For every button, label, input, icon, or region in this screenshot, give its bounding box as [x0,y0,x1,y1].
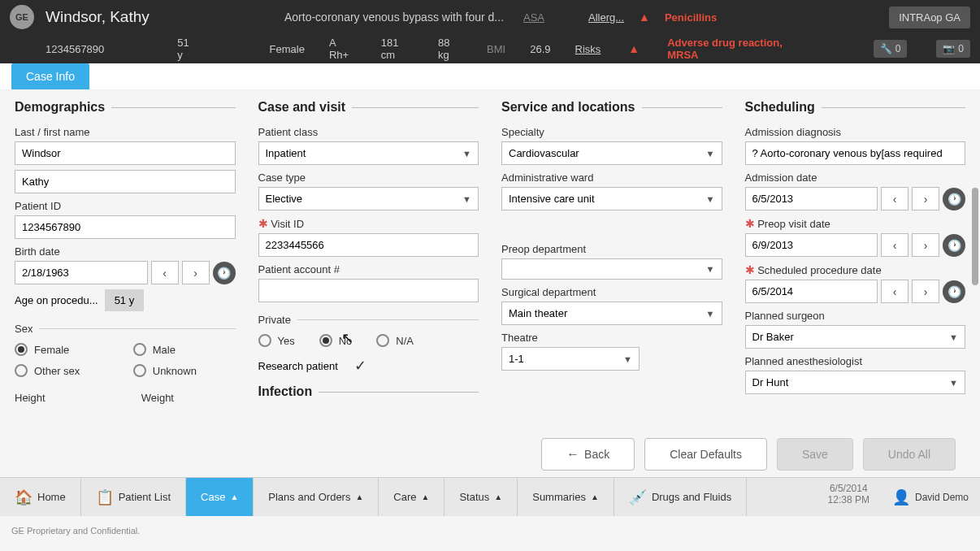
bmi-value: 26.9 [530,43,550,55]
sex-radio-male[interactable]: Male [133,343,236,356]
nav-drugs-fluids[interactable]: 💉Drugs and Fluids [614,478,747,516]
name-label: Last / first name [15,126,236,138]
procedure-title: Aorto-coronary venous bypass with four d… [284,11,512,24]
weight-value: 88 kg [438,37,462,61]
blood-value: A Rh+ [329,37,357,61]
patient-id-input[interactable] [15,215,236,239]
birth-date-input[interactable] [15,261,148,284]
date-next-button[interactable]: › [912,187,939,210]
intraop-button[interactable]: INTRAop GA [889,7,970,28]
birth-date-label: Birth date [15,245,236,258]
chevron-down-icon: ▼ [462,149,471,158]
theatre-label: Theatre [501,332,722,344]
weight-label: Weight [141,392,236,404]
home-icon: 🏠 [15,488,33,506]
admission-date-input[interactable] [745,187,878,210]
visit-id-label: ✱ Visit ID [258,217,479,230]
private-radio-no[interactable]: No [319,334,353,347]
last-name-input[interactable] [15,141,236,165]
planned-surgeon-select[interactable]: Dr Baker▼ [745,325,966,349]
surgical-dept-select[interactable]: Main theater▼ [501,302,722,325]
bottom-nav: 🏠Home 📋Patient List Case ▲ Plans and Ord… [0,477,980,516]
planned-anes-label: Planned anesthesiologist [745,355,966,367]
date-next-button[interactable]: › [912,233,939,257]
case-type-label: Case type [258,171,479,184]
footer-note: GE Proprietary and Confidential. [0,516,980,545]
clock-icon[interactable]: 🕐 [213,262,236,284]
service-locations-section: Service and locations Specialty Cardiova… [501,100,722,432]
nav-user[interactable]: 👤David Demo [881,478,980,516]
nav-patient-list[interactable]: 📋Patient List [81,478,186,516]
nav-summaries[interactable]: Summaries ▲ [518,478,614,516]
admission-dx-input[interactable] [745,141,966,165]
patient-account-input[interactable] [258,279,479,302]
height-label: Height [15,392,109,404]
nav-plans-orders[interactable]: Plans and Orders ▲ [254,478,379,516]
date-prev-button[interactable]: ‹ [881,280,908,303]
age-on-procedure-value: 51 y [105,289,145,311]
planned-anes-select[interactable]: Dr Hunt▼ [745,371,966,394]
chevron-down-icon: ▼ [706,309,715,319]
scheduled-procedure-date-label: ✱ Scheduled procedure date [745,263,966,276]
case-visit-section: Case and visit Patient class Inpatient▼ … [258,100,479,432]
date-prev-button[interactable]: ‹ [151,261,179,284]
section-title: Demographics [15,100,105,115]
date-prev-button[interactable]: ‹ [881,187,908,210]
patient-name: Windsor, Kathy [46,8,273,26]
research-patient-label: Research patient [258,360,338,372]
clock-icon[interactable]: 🕐 [943,280,965,303]
risks-link[interactable]: Risks [575,43,601,55]
date-prev-button[interactable]: ‹ [881,233,908,257]
nav-home[interactable]: 🏠Home [0,478,81,516]
mrn-value: 1234567890 [46,43,104,55]
chevron-down-icon: ▼ [706,264,715,274]
specialty-select[interactable]: Cardiovascular▼ [501,141,722,165]
clock-icon[interactable]: 🕐 [943,188,965,210]
clear-defaults-button[interactable]: Clear Defaults [644,438,767,471]
planned-surgeon-label: Planned surgeon [745,310,966,322]
nav-datetime: 6/5/201412:38 PM [817,478,881,516]
patient-header: GE Windsor, Kathy Aorto-coronary venous … [0,0,980,63]
back-button[interactable]: ←Back [541,438,635,471]
risks-warning: Adverse drug reaction, MRSA [667,37,808,61]
nav-case[interactable]: Case ▲ [186,478,254,516]
private-radio-na[interactable]: N/A [376,334,414,347]
asa-link[interactable]: ASA [523,11,544,24]
wrench-badge[interactable]: 🔧 0 [874,40,908,58]
save-button[interactable]: Save [777,438,853,471]
height-value: 181 cm [381,37,414,61]
case-type-select[interactable]: Elective▼ [258,187,479,210]
nav-care[interactable]: Care ▲ [379,478,444,516]
scrollbar[interactable] [972,188,978,285]
nav-status[interactable]: Status ▲ [444,478,518,516]
warning-icon: ▲ [628,42,640,55]
theatre-select[interactable]: 1-1▼ [501,347,640,371]
scheduled-procedure-date-input[interactable] [745,280,878,303]
private-radio-yes[interactable]: Yes [258,334,295,347]
preop-dept-select[interactable]: ▼ [501,258,722,280]
patient-class-select[interactable]: Inpatient▼ [258,141,479,165]
first-name-input[interactable] [15,170,236,193]
sex-radio-unknown[interactable]: Unknown [133,364,236,377]
patient-class-label: Patient class [258,126,479,138]
camera-badge[interactable]: 📷 0 [936,40,970,58]
visit-id-input[interactable] [258,233,479,257]
section-title: Service and locations [501,100,635,115]
preop-visit-date-input[interactable] [745,233,878,257]
research-patient-checkbox[interactable]: ✓ [354,357,366,375]
clock-icon[interactable]: 🕐 [943,234,965,257]
preop-visit-date-label: ✱ Preop visit date [745,217,966,230]
sex-radio-female[interactable]: Female [15,343,117,356]
date-next-button[interactable]: › [912,280,939,303]
allergy-warning: Penicillins [665,11,717,24]
scheduling-section: Scheduling Admission diagnosis Admission… [745,100,966,432]
patient-account-label: Patient account # [258,263,479,276]
user-icon: 👤 [892,488,910,506]
date-next-button[interactable]: › [182,261,210,284]
allergies-link[interactable]: Allerg... [588,11,624,24]
chevron-down-icon: ▼ [623,354,632,364]
admin-ward-select[interactable]: Intensive care unit▼ [501,187,722,210]
tab-case-info[interactable]: Case Info [11,63,89,89]
undo-all-button[interactable]: Undo All [863,438,956,471]
sex-radio-other[interactable]: Other sex [15,364,117,377]
